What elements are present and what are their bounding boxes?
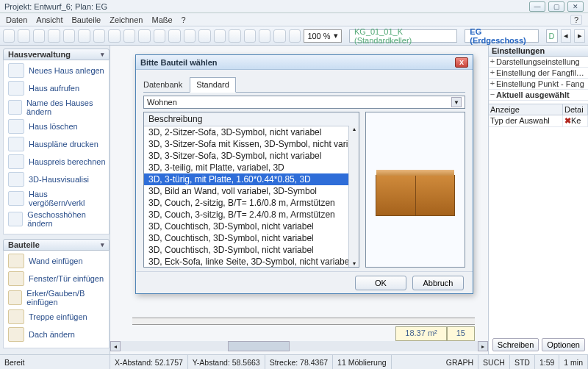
sidebar-item[interactable]: Wand einfügen — [5, 252, 109, 270]
toolbar-button[interactable] — [123, 29, 135, 43]
close-button[interactable]: ✕ — [567, 1, 584, 12]
toolbar-button[interactable] — [18, 29, 29, 43]
list-item[interactable]: 3D, 3-teilig, mit Platte, variabel, 3D — [144, 162, 359, 173]
sidebar-item[interactable]: Geschosshöhen ändern — [5, 209, 109, 229]
schreiben-button[interactable]: Schreiben — [492, 338, 539, 351]
list-item[interactable]: 3D, Couchtisch, 3D-Symbol, nicht variabe… — [144, 244, 359, 256]
minimize-button[interactable]: — — [529, 1, 545, 12]
scroll-right-icon[interactable]: ▸ — [574, 29, 585, 43]
part-list[interactable]: Beschreibung 3D, 2-Sitzer-Sofa, 3D-Symbo… — [143, 112, 359, 268]
help-icon[interactable]: ? — [570, 15, 582, 25]
toolbar-button[interactable] — [138, 29, 150, 43]
prop-col-anzeige[interactable]: Anzeige — [489, 104, 563, 115]
toolbar-button[interactable] — [63, 29, 75, 43]
toolbar-button[interactable] — [48, 29, 60, 43]
toolbar-button[interactable] — [154, 29, 165, 43]
dialog-titlebar[interactable]: Bitte Bauteil wählen X — [136, 55, 473, 70]
canvas-info: 18.37 m² 15 — [395, 326, 475, 341]
list-item[interactable]: 3D, Eck-Sofa, linke Seite, 3D-Symbol, ni… — [144, 256, 359, 268]
toolbar-button[interactable] — [273, 29, 285, 43]
menu-ansicht[interactable]: Ansicht — [36, 15, 62, 24]
scrollbar-thumb[interactable] — [228, 341, 290, 351]
toolbar-button[interactable] — [3, 29, 15, 43]
wall-icon — [8, 254, 24, 268]
select-part-dialog: Bitte Bauteil wählen X Datenbank Standar… — [135, 54, 473, 294]
sidebar-item[interactable]: 3D-Hausvisualisi — [5, 171, 109, 188]
tab-standard[interactable]: Standard — [190, 77, 236, 93]
toolbar-button[interactable] — [108, 29, 120, 43]
category-combo[interactable]: Wohnen ▼ — [143, 96, 465, 109]
list-scrollbar[interactable] — [348, 126, 359, 267]
sidebar-item[interactable]: Haus löschen — [5, 118, 109, 135]
toolbar-button[interactable] — [214, 29, 226, 43]
ok-button[interactable]: OK — [355, 276, 406, 290]
property-table: Anzeige Detai Typ der Auswahl ✖Ke — [489, 104, 588, 127]
sidebar-header-hausverwaltung[interactable]: Hausverwaltung▾ — [3, 49, 110, 60]
toolbar-button[interactable] — [229, 29, 240, 43]
plan-selector-2[interactable]: D — [546, 29, 558, 43]
list-item[interactable]: 3D, Couch, 2-sitzig, B/T= 1.6/0.8 m, Arm… — [144, 197, 359, 209]
list-item[interactable]: 3D, Couch, 3-sitzig, B/T= 2.4/0.8 m, Arm… — [144, 209, 359, 221]
toolbar-button[interactable] — [289, 29, 301, 43]
house-new-icon — [8, 63, 24, 78]
sidebar-item[interactable]: Hauspreis berechnen — [5, 153, 109, 171]
list-item[interactable]: 3D, 2-Sitzer-Sofa, 3D-Symbol, nicht vari… — [144, 126, 359, 138]
property-group[interactable]: −Aktuell ausgewählt — [489, 90, 588, 101]
house-open-icon — [8, 81, 24, 96]
toolbar-button[interactable] — [184, 29, 196, 43]
count-readout: 15 — [447, 326, 475, 341]
property-label: Einstellung Punkt - Fang — [496, 79, 588, 89]
status-y: Y-Abstand: 58.5663 — [188, 355, 265, 369]
scroll-right-icon[interactable]: ▸ — [478, 341, 488, 351]
cancel-button[interactable]: Abbruch — [412, 276, 464, 290]
list-item[interactable]: 3D, 3-Sitzer-Sofa mit Kissen, 3D-Symbol,… — [144, 138, 359, 150]
sidebar-item-label: Haus vergößern/verkl — [29, 190, 106, 207]
list-item[interactable]: 3D, Bild an Wand, voll variabel, 3D-Symb… — [144, 185, 359, 197]
menu-bauteile[interactable]: Bauteile — [71, 15, 101, 24]
list-item[interactable]: 3D, Couchtisch, 3D-Symbol, nicht variabe… — [144, 221, 359, 232]
sidebar-item[interactable]: Name des Hauses ändern — [5, 97, 109, 118]
menu-help[interactable]: ? — [182, 15, 186, 24]
toolbar-button[interactable] — [168, 29, 180, 43]
property-group[interactable]: +Einstellung der Fangfil… — [489, 68, 588, 79]
zoom-combo[interactable]: 100 %▾ — [304, 29, 342, 43]
list-item[interactable]: 3D, 3-türig, mit Platte, 1.60*0.44*0.85,… — [144, 173, 359, 185]
property-group[interactable]: +Einstellung Punkt - Fang — [489, 79, 588, 90]
list-column-header[interactable]: Beschreibung — [144, 112, 359, 126]
sidebar-item[interactable]: Neues Haus anlegen — [5, 62, 109, 79]
property-label: Aktuell ausgewählt — [496, 90, 588, 100]
horizontal-scrollbar[interactable]: ◂ ▸ — [110, 341, 488, 351]
menu-masse[interactable]: Maße — [151, 15, 172, 24]
sidebar-header-label: Hausverwaltung — [8, 50, 71, 59]
toolbar-button[interactable] — [78, 29, 90, 43]
sidebar-item[interactable]: Haus aufrufen — [5, 79, 109, 97]
plan-selector-active[interactable]: EG (Erdgeschoss) — [465, 29, 538, 43]
scroll-left-icon[interactable]: ◂ — [561, 29, 572, 43]
toolbar-button[interactable] — [33, 29, 45, 43]
property-group[interactable]: +Darstellungseinstellung — [489, 57, 588, 68]
sidebar-item[interactable]: Erker/Gauben/B einfügen — [5, 287, 109, 308]
sidebar-group-bauteile: Wand einfügen Fenster/Tür einfügen Erker… — [3, 251, 110, 348]
plan-selector-1[interactable]: KG_01_01_K (Standardkeller) — [349, 29, 457, 43]
toolbar-button[interactable] — [244, 29, 256, 43]
list-item[interactable]: 3D, 3-Sitzer-Sofa, 3D-Symbol, nicht vari… — [144, 150, 359, 162]
scroll-left-icon[interactable]: ◂ — [110, 341, 121, 351]
menu-daten[interactable]: Daten — [6, 15, 27, 24]
prop-col-detail[interactable]: Detai — [563, 104, 588, 115]
menu-zeichnen[interactable]: Zeichnen — [110, 15, 143, 24]
toolbar-button[interactable] — [93, 29, 105, 43]
main-toolbar: 100 %▾ KG_01_01_K (Standardkeller) EG (E… — [0, 26, 588, 46]
list-item[interactable]: 3D, Couchtisch, 3D-Symbol, nicht variabe… — [144, 232, 359, 244]
sidebar-header-bauteile[interactable]: Bauteile▾ — [3, 239, 110, 251]
maximize-button[interactable]: ▢ — [548, 1, 564, 12]
sidebar-item[interactable]: Treppe einfügen — [5, 308, 109, 326]
dialog-close-button[interactable]: X — [455, 57, 468, 68]
sidebar-item[interactable]: Haus vergößern/verkl — [5, 188, 109, 209]
toolbar-button[interactable] — [259, 29, 270, 43]
sidebar-item[interactable]: Hauspläne drucken — [5, 135, 109, 153]
sidebar-item[interactable]: Dach ändern — [5, 326, 109, 343]
properties-panel: Einstellungen +Darstellungseinstellung +… — [488, 46, 588, 354]
optionen-button[interactable]: Optionen — [542, 338, 585, 351]
sidebar-item[interactable]: Fenster/Tür einfügen — [5, 270, 109, 287]
toolbar-button[interactable] — [198, 29, 210, 43]
